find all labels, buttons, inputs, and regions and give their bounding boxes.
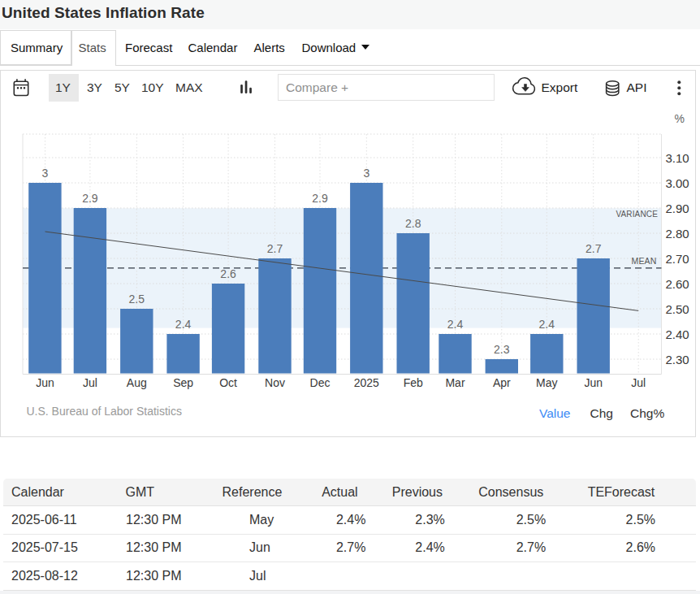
svg-text:3: 3 [42, 167, 49, 180]
svg-text:3.10: 3.10 [666, 151, 689, 165]
svg-text:Jun: Jun [36, 376, 54, 389]
svg-text:2.90: 2.90 [666, 202, 689, 215]
svg-text:Sep: Sep [173, 376, 193, 389]
svg-text:3: 3 [363, 167, 369, 180]
svg-text:Feb: Feb [404, 376, 423, 389]
svg-text:2.4: 2.4 [447, 318, 464, 331]
svg-text:2.9: 2.9 [82, 192, 98, 205]
svg-text:U.S. Bureau of Labor Statistic: U.S. Bureau of Labor Statistics [27, 405, 182, 418]
svg-text:2.5: 2.5 [129, 293, 145, 306]
svg-text:%: % [675, 112, 685, 125]
svg-text:2.4: 2.4 [539, 318, 555, 331]
svg-text:2.60: 2.60 [666, 277, 689, 291]
svg-text:Jul: Jul [631, 376, 646, 389]
svg-text:2.6: 2.6 [220, 267, 236, 280]
svg-text:2.30: 2.30 [666, 353, 689, 366]
svg-text:2.9: 2.9 [312, 192, 328, 205]
svg-text:2.80: 2.80 [666, 227, 689, 241]
svg-text:Value: Value [539, 406, 571, 420]
svg-text:Jun: Jun [584, 376, 603, 389]
svg-text:Chg: Chg [590, 406, 613, 420]
svg-text:2.3: 2.3 [494, 343, 510, 356]
svg-text:Nov: Nov [265, 376, 285, 389]
svg-text:2.70: 2.70 [666, 252, 689, 266]
svg-text:2025: 2025 [354, 376, 379, 389]
svg-text:Apr: Apr [493, 376, 511, 389]
svg-text:Oct: Oct [219, 376, 237, 389]
svg-text:Dec: Dec [310, 376, 331, 389]
svg-text:2.40: 2.40 [666, 327, 689, 341]
svg-text:2.8: 2.8 [405, 217, 421, 230]
svg-text:Jul: Jul [83, 376, 97, 389]
svg-text:2.50: 2.50 [666, 302, 689, 316]
svg-text:2.7: 2.7 [585, 242, 602, 255]
svg-text:MEAN: MEAN [632, 256, 657, 266]
svg-text:VARIANCE: VARIANCE [616, 210, 658, 219]
svg-text:2.7: 2.7 [267, 242, 283, 255]
svg-text:3.00: 3.00 [666, 176, 689, 190]
svg-text:Aug: Aug [127, 376, 147, 389]
svg-text:Mar: Mar [445, 376, 465, 389]
svg-text:May: May [536, 376, 557, 389]
svg-text:Chg%: Chg% [630, 406, 664, 420]
svg-text:2.4: 2.4 [175, 318, 192, 331]
